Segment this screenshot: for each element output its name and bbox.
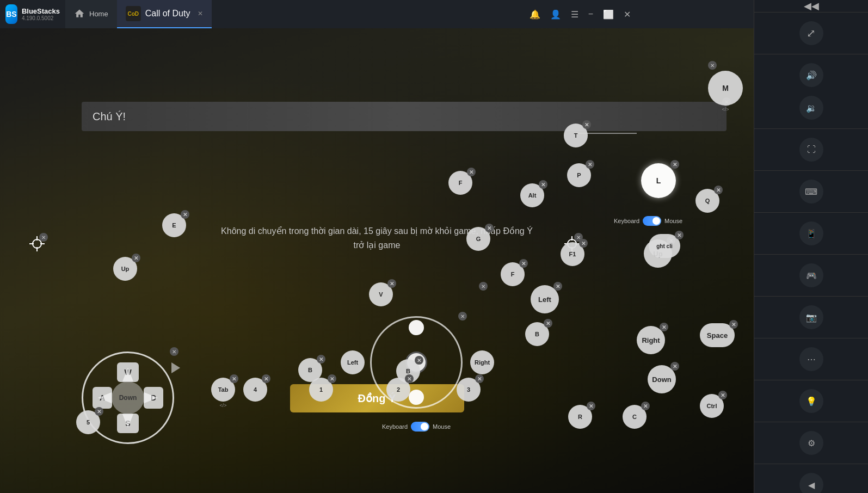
key-v-close[interactable]: ✕ <box>387 279 396 288</box>
back-icon[interactable]: ◀◀ <box>804 0 819 12</box>
key-r-close[interactable]: ✕ <box>587 402 595 410</box>
key-right-large[interactable]: Right ✕ <box>637 326 665 354</box>
keyboard-icon[interactable]: ⌨ <box>799 180 823 204</box>
camera-icon[interactable]: 📷 <box>799 305 823 329</box>
menu-icon[interactable]: ☰ <box>571 9 578 20</box>
key-left-large-close[interactable]: ✕ <box>553 282 562 291</box>
key-b-upper-close[interactable]: ✕ <box>317 355 325 363</box>
maximize-icon[interactable]: ⬜ <box>603 9 614 20</box>
key-ctrl-close[interactable]: ✕ <box>718 391 727 399</box>
key-1-close[interactable]: ✕ <box>328 374 336 383</box>
key-r[interactable]: R ✕ <box>568 405 592 429</box>
key-q-close[interactable]: ✕ <box>714 186 723 194</box>
key-s[interactable]: S <box>117 414 139 433</box>
key-1[interactable]: 1 ✕ <box>309 378 333 402</box>
key-ght-cli-close[interactable]: ✕ <box>675 231 684 239</box>
key-f-lower-close[interactable]: ✕ <box>519 259 528 268</box>
key-left-large[interactable]: Left ✕ <box>531 285 559 313</box>
key-up-small[interactable]: Up ✕ <box>113 257 137 281</box>
toggle-km-2[interactable] <box>643 216 661 226</box>
key-right-large-close[interactable]: ✕ <box>660 323 668 331</box>
key-b-right[interactable]: B ✕ <box>525 322 549 346</box>
key-space-close[interactable]: ✕ <box>729 320 738 329</box>
key-g[interactable]: G ✕ <box>466 227 490 251</box>
tab-cod-close[interactable]: ✕ <box>198 10 203 17</box>
tab-home[interactable]: Home <box>65 0 117 28</box>
key-m[interactable]: M <box>708 71 743 106</box>
logo-text-block: BlueStacks 4.190.0.5002 <box>22 7 60 22</box>
joystick-close[interactable]: ✕ <box>458 312 467 321</box>
key-f1-close[interactable]: ✕ <box>579 239 588 248</box>
key-b-lower-close[interactable]: ✕ <box>415 356 423 365</box>
more-icon[interactable]: ⋯ <box>799 347 823 371</box>
svg-point-4 <box>33 239 41 248</box>
key-2[interactable]: 2 ✕ <box>386 378 410 402</box>
key-a[interactable]: A <box>93 387 112 409</box>
key-5[interactable]: 5 ✕ <box>76 410 100 434</box>
key-l-close[interactable]: ✕ <box>670 160 679 169</box>
close-icon[interactable]: ✕ <box>624 9 631 20</box>
key-t-close[interactable]: ✕ <box>582 120 591 129</box>
key-w[interactable]: W <box>117 362 139 382</box>
joystick-right-label[interactable]: Right <box>470 350 494 374</box>
key-f-upper[interactable]: F ✕ <box>448 171 472 195</box>
joystick-dot-bottom <box>409 390 424 405</box>
sidebar-record-section: 🎮 <box>754 255 868 297</box>
volume-down-icon[interactable]: 🔉 <box>799 96 823 120</box>
key-g-close[interactable]: ✕ <box>485 224 494 232</box>
key-2-close[interactable]: ✕ <box>405 374 414 383</box>
minimize-icon[interactable]: − <box>588 9 593 19</box>
key-v[interactable]: V ✕ <box>369 282 393 306</box>
key-b-right-close[interactable]: ✕ <box>544 319 552 328</box>
key-4[interactable]: 4 ✕ <box>243 378 267 402</box>
km-toggle-2: Keyboard Mouse <box>614 216 682 226</box>
joystick-left-label[interactable]: Left <box>341 350 365 374</box>
fullscreen-icon[interactable]: ⛶ <box>799 138 823 162</box>
key-ctrl[interactable]: Ctrl ✕ <box>700 394 724 418</box>
cod-tab-icon: CoD <box>126 6 141 21</box>
notification-icon[interactable]: 🔔 <box>530 9 540 20</box>
key-down-large[interactable]: Down ✕ <box>648 365 676 393</box>
volume-up-icon[interactable]: 🔊 <box>799 63 823 87</box>
key-alt-close[interactable]: ✕ <box>539 180 547 189</box>
m-close[interactable]: ✕ <box>708 61 717 70</box>
dpad-close[interactable]: ✕ <box>170 347 178 356</box>
key-3[interactable]: 3 ✕ <box>457 378 481 402</box>
phone-icon[interactable]: 📱 <box>799 221 823 245</box>
key-t[interactable]: T ✕ <box>564 124 588 147</box>
key-d[interactable]: D <box>144 387 163 409</box>
crosshair-left-close[interactable]: ✕ <box>39 233 48 242</box>
key-4-close[interactable]: ✕ <box>262 374 270 383</box>
arrow-back-icon[interactable]: ◀ <box>799 473 823 493</box>
toggle-km-1[interactable] <box>411 422 429 432</box>
key-l[interactable]: L ✕ <box>641 163 676 198</box>
standalone-close-1[interactable]: ✕ <box>479 282 488 291</box>
key-space[interactable]: Space ✕ <box>700 323 735 347</box>
light-icon[interactable]: 💡 <box>799 389 823 413</box>
key-p[interactable]: P ✕ <box>567 163 591 187</box>
key-alt[interactable]: Alt ✕ <box>520 183 544 207</box>
key-tab[interactable]: Tab ✕ <box>211 378 235 402</box>
key-e[interactable]: E ✕ <box>162 213 186 237</box>
key-up-small-close[interactable]: ✕ <box>132 254 140 262</box>
key-p-close[interactable]: ✕ <box>586 160 594 169</box>
sidebar-settings-section: ⚙ <box>754 422 868 464</box>
tab-cod[interactable]: CoD Call of Duty ✕ <box>117 0 212 28</box>
gear-icon[interactable]: ⚙ <box>799 431 823 455</box>
key-down-large-close[interactable]: ✕ <box>670 362 679 371</box>
key-ght-cli[interactable]: ght cli ✕ <box>649 234 680 258</box>
key-tab-close[interactable]: ✕ <box>230 374 238 383</box>
key-f1[interactable]: F1 ✕ <box>561 242 584 266</box>
keyboard-label-1: Keyboard <box>382 423 408 430</box>
key-e-close[interactable]: ✕ <box>181 210 189 219</box>
record-icon[interactable]: 🎮 <box>799 263 823 287</box>
key-q[interactable]: Q ✕ <box>695 189 719 213</box>
key-3-close[interactable]: ✕ <box>475 374 484 383</box>
key-c-close[interactable]: ✕ <box>641 402 650 410</box>
key-f-upper-close[interactable]: ✕ <box>467 168 476 176</box>
expand-icon[interactable]: ⤢ <box>799 21 823 45</box>
account-icon[interactable]: 👤 <box>550 9 561 20</box>
key-c[interactable]: C ✕ <box>623 405 647 429</box>
key-f-lower[interactable]: F ✕ <box>501 262 525 286</box>
key-5-close[interactable]: ✕ <box>95 407 103 416</box>
